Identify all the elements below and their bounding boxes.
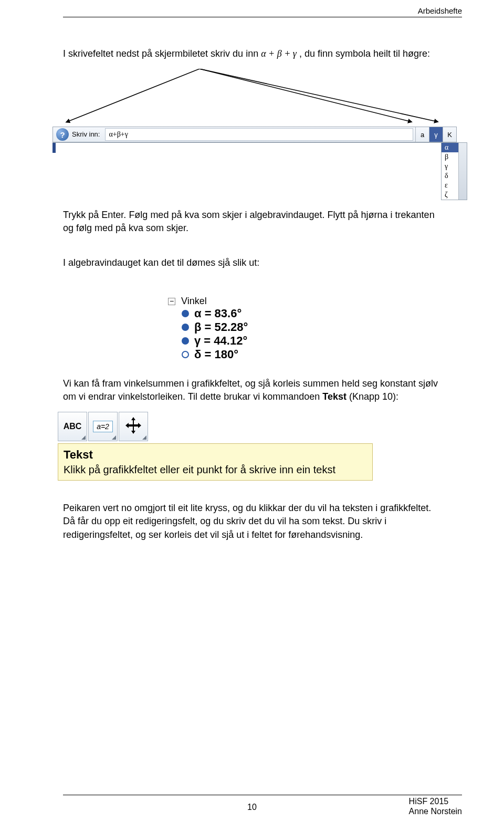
p1-pre: I skrivefeltet nedst på skjermbiletet sk… (63, 48, 261, 59)
dropdown-corner-icon[interactable] (81, 435, 86, 440)
p4-bold: Tekst (322, 391, 346, 402)
footer-line1: HiSF 2015 (409, 796, 462, 806)
vinkel-val: 180° (214, 348, 238, 361)
footer-rule (63, 795, 462, 795)
header-label: Arbeidshefte (418, 6, 462, 15)
p1-formula: α + β + γ (261, 48, 297, 59)
tool-text-button[interactable]: ABC (58, 412, 87, 441)
svg-line-1 (200, 69, 410, 121)
footer-line2: Anne Norstein (409, 806, 462, 816)
superscript-button[interactable]: a (415, 127, 429, 142)
paragraph-4: Vi kan få fram vinkelsummen i grafikkfel… (63, 377, 441, 403)
tool-tooltip: Tekst Klikk på grafikkfeltet eller eit p… (58, 443, 373, 481)
vinkel-sym: δ (194, 348, 201, 361)
tool-slider-button[interactable]: a=2 (88, 412, 118, 441)
toolbar-screenshot: ABC a=2 (58, 412, 441, 441)
visibility-toggle-icon[interactable] (182, 324, 189, 331)
vinkel-sym: α (194, 307, 202, 320)
p1-post: , du finn symbola heilt til høgre: (299, 48, 430, 59)
panel-divider-row (52, 142, 457, 153)
paragraph-2: Trykk på Enter. Følg med på kva som skje… (63, 209, 441, 235)
dropdown-corner-icon[interactable] (142, 435, 146, 440)
vinkel-title: Vinkel (181, 296, 207, 306)
vinkel-row-alpha[interactable]: α = 83.6° (182, 307, 441, 320)
abc-icon: ABC (64, 422, 82, 431)
paragraph-1: I skrivefeltet nedst på skjermbiletet sk… (63, 47, 441, 60)
tool-move-view-button[interactable] (119, 412, 148, 441)
visibility-toggle-icon[interactable] (182, 351, 189, 358)
vinkel-val: 52.28° (215, 320, 248, 334)
keyboard-button[interactable]: K (443, 127, 456, 142)
vinkel-row-gamma[interactable]: γ = 44.12° (182, 334, 441, 348)
formula-input[interactable]: α+β+γ (105, 128, 413, 141)
vinkel-row-delta[interactable]: δ = 180° (182, 348, 441, 361)
input-bar-screenshot: ? Skriv inn: α+β+γ a γ K α β γ δ ε ζ (52, 127, 457, 153)
footer-right: HiSF 2015 Anne Norstein (409, 796, 462, 816)
vinkel-val: 83.6° (215, 307, 242, 320)
vinkel-val: 44.12° (214, 334, 247, 348)
help-icon[interactable]: ? (56, 128, 69, 141)
input-label: Skriv inn: (71, 127, 103, 142)
slider-icon: a=2 (93, 421, 113, 432)
dropdown-corner-icon[interactable] (112, 435, 116, 440)
svg-line-0 (68, 69, 200, 121)
algebra-view-snippet: − Vinkel α = 83.6° β = 52.28° γ = 44.12°… (168, 296, 441, 361)
collapse-icon[interactable]: − (168, 298, 175, 305)
visibility-toggle-icon[interactable] (182, 337, 189, 345)
paragraph-5: Peikaren vert no omgjort til eit lite kr… (63, 502, 441, 542)
move-arrows-icon (124, 416, 143, 438)
vinkel-sym: γ (194, 334, 201, 348)
tooltip-desc: Klikk på grafikkfeltet eller eit punkt f… (64, 464, 367, 476)
tooltip-title: Tekst (64, 448, 367, 462)
svg-line-2 (200, 69, 436, 121)
arrow-diagram (63, 69, 441, 127)
symbol-picker-button[interactable]: γ (429, 127, 443, 142)
dropdown-scrollbar[interactable] (458, 143, 467, 200)
paragraph-3: I algebravindauget kan det til dømes sjå… (63, 256, 441, 269)
vinkel-header[interactable]: − Vinkel (168, 296, 441, 307)
vinkel-sym: β (194, 320, 201, 334)
header-rule (63, 17, 462, 17)
p4-post: (Knapp 10): (349, 391, 398, 402)
symbol-dropdown[interactable]: α β γ δ ε ζ (441, 142, 467, 200)
visibility-toggle-icon[interactable] (182, 310, 189, 317)
vinkel-row-beta[interactable]: β = 52.28° (182, 320, 441, 334)
